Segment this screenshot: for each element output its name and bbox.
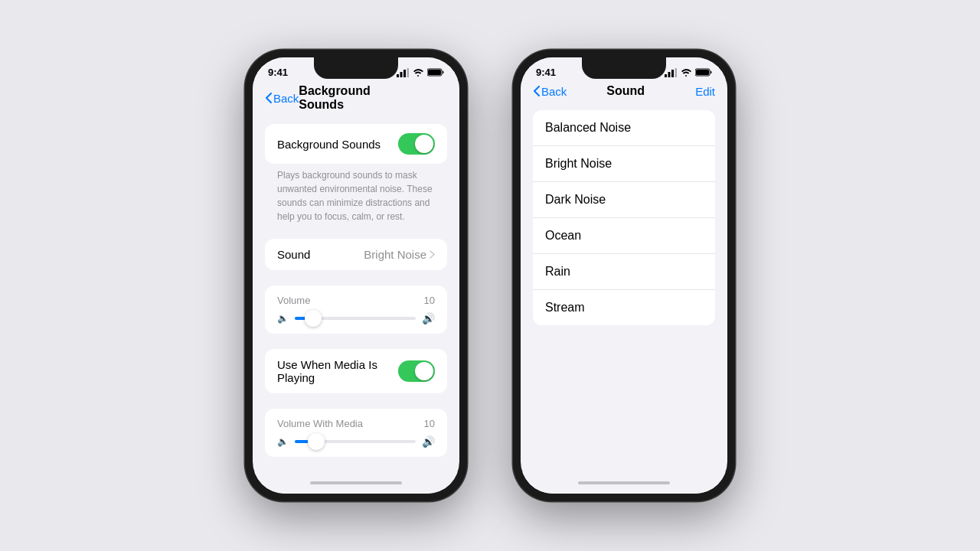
status-bar-2: 9:41 xyxy=(521,57,727,81)
nav-title-2: Sound xyxy=(606,84,645,98)
bg-sounds-description: Plays background sounds to mask unwanted… xyxy=(265,164,447,223)
bg-sounds-group: Background Sounds Plays background sound… xyxy=(265,124,447,223)
volume-label: Volume xyxy=(277,295,310,306)
volume-media-section: Volume With Media 10 🔈 🔊 xyxy=(265,409,447,457)
volume-media-slider-track[interactable] xyxy=(295,440,416,443)
phone-1-screen: 9:41 xyxy=(253,57,459,494)
home-bar-2 xyxy=(578,481,670,484)
sound-list: Balanced NoiseBright NoiseDark NoiseOcea… xyxy=(533,110,715,325)
chevron-left-icon-1 xyxy=(265,93,272,103)
battery-icon-2 xyxy=(695,68,712,77)
sound-row-group: Sound Bright Noise xyxy=(265,239,447,270)
phone-2: 9:41 xyxy=(513,50,735,501)
sound-list-item[interactable]: Stream xyxy=(533,290,715,325)
sound-list-item[interactable]: Bright Noise xyxy=(533,146,715,182)
media-toggle[interactable] xyxy=(398,360,435,382)
sound-item-label: Balanced Noise xyxy=(545,121,703,135)
home-indicator-1 xyxy=(253,472,459,494)
svg-rect-2 xyxy=(403,70,406,77)
volume-media-high-icon: 🔊 xyxy=(422,435,435,448)
status-time-1: 9:41 xyxy=(268,67,288,78)
media-toggle-group: Use When Media Is Playing xyxy=(265,349,447,393)
media-label: Use When Media Is Playing xyxy=(277,358,398,384)
sound-list-item[interactable]: Dark Noise xyxy=(533,182,715,218)
status-icons-2 xyxy=(665,68,712,77)
notch-2 xyxy=(582,57,666,79)
toggle-thumb-1 xyxy=(415,135,433,153)
phone-1: 9:41 xyxy=(245,50,467,501)
volume-section: Volume 10 🔈 🔊 xyxy=(265,285,447,334)
volume-label-row: Volume 10 xyxy=(277,295,435,306)
sound-item-label: Rain xyxy=(545,265,703,279)
toggle-thumb-2 xyxy=(415,362,433,380)
back-button-2[interactable]: Back xyxy=(533,85,567,98)
sound-item-label: Bright Noise xyxy=(545,157,703,171)
sound-item-label: Stream xyxy=(545,301,703,315)
bg-sounds-row[interactable]: Background Sounds xyxy=(265,124,447,164)
home-bar-1 xyxy=(310,481,402,484)
wifi-icon-2 xyxy=(681,68,691,77)
media-row[interactable]: Use When Media Is Playing xyxy=(265,349,447,393)
bg-sounds-card: Background Sounds xyxy=(265,124,447,164)
chevron-left-icon-2 xyxy=(533,86,540,96)
battery-icon-1 xyxy=(427,68,444,77)
svg-rect-6 xyxy=(665,74,667,77)
signal-icon-2 xyxy=(665,68,677,77)
svg-rect-0 xyxy=(397,74,399,77)
volume-low-icon: 🔈 xyxy=(277,313,289,324)
volume-media-slider-row: 🔈 🔊 xyxy=(277,435,435,448)
status-time-2: 9:41 xyxy=(536,67,556,78)
sound-list-item[interactable]: Ocean xyxy=(533,218,715,254)
phone-2-screen: 9:41 xyxy=(521,57,727,494)
volume-media-label: Volume With Media xyxy=(277,418,363,429)
back-button-1[interactable]: Back xyxy=(265,92,299,105)
sound-row[interactable]: Sound Bright Noise xyxy=(265,239,447,270)
nav-bar-2: Back Sound Edit xyxy=(521,81,727,104)
sound-list-item[interactable]: Rain xyxy=(533,254,715,290)
wifi-icon-1 xyxy=(413,68,423,77)
status-icons-1 xyxy=(397,68,444,77)
sound-card: Sound Bright Noise xyxy=(265,239,447,270)
svg-rect-8 xyxy=(671,70,674,77)
edit-button[interactable]: Edit xyxy=(684,85,715,98)
media-card: Use When Media Is Playing xyxy=(265,349,447,393)
status-bar-1: 9:41 xyxy=(253,57,459,81)
screen-content-1: Background Sounds Plays background sound… xyxy=(253,118,459,472)
svg-rect-11 xyxy=(696,70,709,75)
home-indicator-2 xyxy=(521,472,727,494)
bg-sounds-toggle[interactable] xyxy=(398,133,435,155)
sound-label: Sound xyxy=(277,248,364,261)
svg-rect-9 xyxy=(675,68,678,77)
volume-media-value: 10 xyxy=(424,418,435,429)
svg-rect-3 xyxy=(407,68,410,77)
screen-content-2: Balanced NoiseBright NoiseDark NoiseOcea… xyxy=(521,104,727,472)
volume-slider-thumb[interactable] xyxy=(305,310,322,327)
sound-item-label: Dark Noise xyxy=(545,193,703,207)
nav-title-1: Background Sounds xyxy=(299,84,416,112)
svg-rect-7 xyxy=(668,72,671,77)
svg-rect-1 xyxy=(400,72,403,77)
volume-high-icon: 🔊 xyxy=(422,312,435,324)
volume-media-label-row: Volume With Media 10 xyxy=(277,418,435,429)
svg-rect-5 xyxy=(428,70,441,75)
volume-value: 10 xyxy=(424,295,435,306)
chevron-right-icon xyxy=(430,250,435,259)
sound-value: Bright Noise xyxy=(364,248,435,261)
notch-1 xyxy=(314,57,398,79)
volume-slider-row: 🔈 🔊 xyxy=(277,312,435,324)
phones-container: 9:41 xyxy=(245,50,735,501)
bg-sounds-label: Background Sounds xyxy=(277,138,398,151)
sound-list-card: Balanced NoiseBright NoiseDark NoiseOcea… xyxy=(533,110,715,325)
volume-slider-track[interactable] xyxy=(295,317,416,320)
volume-media-low-icon: 🔈 xyxy=(277,436,289,447)
sound-item-label: Ocean xyxy=(545,229,703,243)
nav-bar-1: Back Background Sounds xyxy=(253,81,459,118)
sound-list-item[interactable]: Balanced Noise xyxy=(533,110,715,146)
signal-icon-1 xyxy=(397,68,409,77)
volume-media-slider-thumb[interactable] xyxy=(308,433,325,450)
